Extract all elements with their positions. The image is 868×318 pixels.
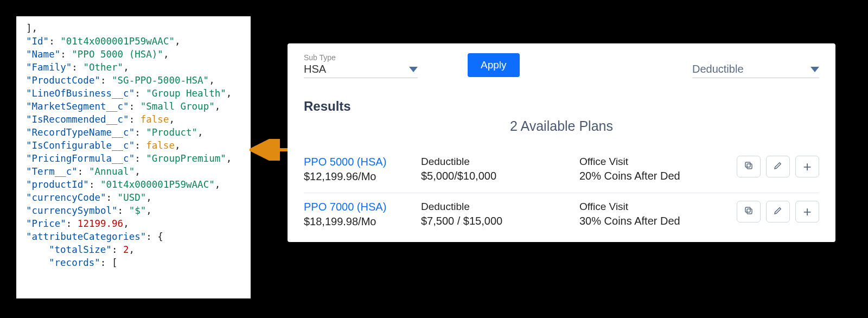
json-code-panel: ],"Id": "01t4x000001P59wAAC","Name": "PP… [16, 16, 251, 298]
results-heading: Results [304, 99, 819, 114]
code-line: "IsConfigurable__c": false, [26, 139, 247, 152]
svg-rect-4 [745, 207, 750, 212]
subtype-label: Sub Type [304, 53, 418, 62]
subtype-dropdown[interactable]: Sub Type HSA [304, 53, 418, 78]
sort-dropdown[interactable]: Deductible [692, 63, 819, 78]
deductible-label: Deductible [421, 156, 574, 168]
caret-down-icon [409, 67, 418, 72]
edit-button[interactable] [766, 201, 790, 222]
plus-icon: + [803, 160, 811, 174]
subtype-value: HSA [304, 63, 326, 75]
copy-button[interactable] [737, 201, 761, 222]
code-line: "currencyCode": "USD", [26, 191, 247, 204]
office-visit-value: 20% Coins After Ded [579, 170, 723, 182]
available-plans-heading: 2 Available Plans [304, 118, 819, 134]
code-line: "Id": "01t4x000001P59wAAC", [26, 35, 247, 48]
code-line: "Name": "PPO 5000 (HSA)", [26, 48, 247, 61]
plans-list: PPO 5000 (HSA)$12,199.96/MoDeductible$5,… [304, 148, 819, 230]
code-line: "RecordTypeName__c": "Product", [26, 126, 247, 139]
code-line: "Price": 12199.96, [26, 217, 247, 230]
code-line: "currencySymbol": "$", [26, 204, 247, 217]
office-visit-label: Office Visit [579, 201, 723, 213]
code-line: "MarketSegment__c": "Small Group", [26, 100, 247, 113]
edit-button[interactable] [766, 156, 790, 177]
copy-icon [744, 161, 754, 173]
apply-button[interactable]: Apply [468, 53, 520, 77]
sort-value: Deductible [692, 63, 744, 75]
deductible-value: $7,500 / $15,000 [421, 215, 574, 227]
code-line: "Term__c": "Annual", [26, 165, 247, 178]
plus-icon: + [803, 205, 811, 219]
code-line: "totalSize": 2, [26, 243, 247, 256]
code-line: "productId": "01t4x000001P59wAAC", [26, 178, 247, 191]
add-button[interactable]: + [795, 201, 819, 222]
copy-button[interactable] [737, 156, 761, 177]
svg-rect-1 [747, 164, 752, 169]
office-visit-value: 30% Coins After Ded [579, 215, 723, 227]
plan-row: PPO 5000 (HSA)$12,199.96/MoDeductible$5,… [304, 148, 819, 193]
code-line: "attributeCategories": { [26, 230, 247, 243]
copy-icon [744, 206, 754, 218]
plan-row: PPO 7000 (HSA)$18,199.98/MoDeductible$7,… [304, 193, 819, 230]
add-button[interactable]: + [795, 156, 819, 177]
code-line: "LineOfBusiness__c": "Group Health", [26, 87, 247, 100]
svg-rect-2 [745, 162, 750, 167]
office-visit-label: Office Visit [579, 156, 723, 168]
code-line: "IsRecommended__c": false, [26, 113, 247, 126]
code-line: "ProductCode": "SG-PPO-5000-HSA", [26, 74, 247, 87]
code-line: "PricingFormula__c": "GroupPremium", [26, 152, 247, 165]
pencil-icon [773, 206, 783, 218]
svg-rect-3 [747, 209, 752, 214]
deductible-label: Deductible [421, 201, 574, 213]
code-line: "records": [ [26, 256, 247, 269]
filters-row: Sub Type HSA Apply Deductible [304, 53, 819, 78]
plan-price: $18,199.98/Mo [304, 215, 416, 228]
pencil-icon [773, 161, 783, 173]
code-line: "Family": "Other", [26, 61, 247, 74]
plan-price: $12,199.96/Mo [304, 170, 416, 183]
deductible-value: $5,000/$10,000 [421, 170, 574, 182]
results-panel: Sub Type HSA Apply Deductible Results 2 … [288, 43, 835, 242]
caret-down-icon [810, 67, 819, 72]
code-line: ], [26, 22, 247, 35]
plan-name-link[interactable]: PPO 7000 (HSA) [304, 201, 416, 213]
plan-name-link[interactable]: PPO 5000 (HSA) [304, 156, 416, 168]
